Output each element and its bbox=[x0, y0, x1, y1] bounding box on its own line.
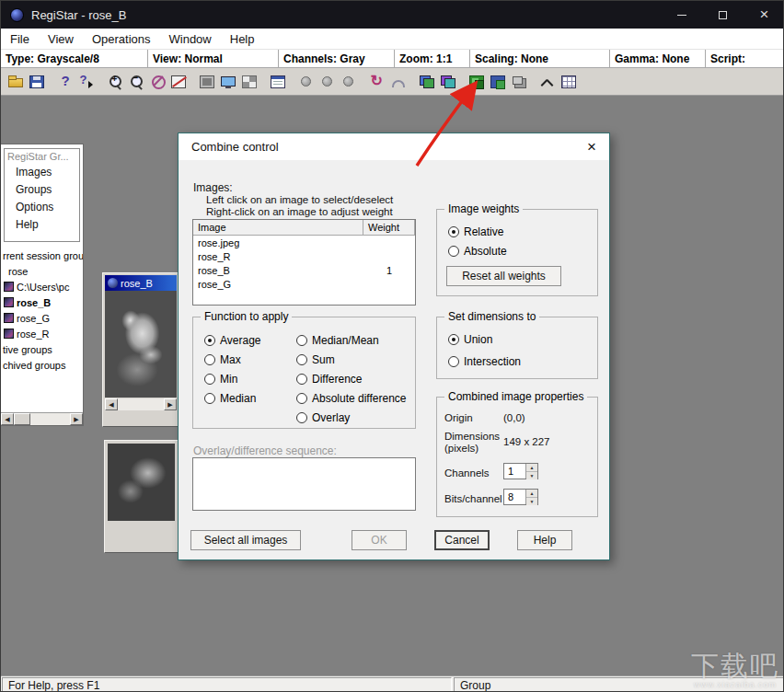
column-header-image[interactable]: Image bbox=[193, 220, 363, 236]
menu-help[interactable]: Help bbox=[221, 29, 264, 49]
tree-item-path[interactable]: C:\Users\pc bbox=[1, 279, 83, 294]
image-list[interactable]: Image Weight rose.jpeg rose_R rose_B1 ro… bbox=[192, 219, 416, 306]
tree-item-active-groups[interactable]: tive groups bbox=[1, 341, 83, 357]
list-row-rose-r[interactable]: rose_R bbox=[193, 249, 415, 263]
dialog-close-icon[interactable]: × bbox=[587, 139, 596, 155]
column-header-weight[interactable]: Weight bbox=[363, 220, 415, 236]
bits-label: Bits/channel bbox=[444, 493, 503, 505]
list-row-rose-jpeg[interactable]: rose.jpeg bbox=[193, 236, 415, 249]
curve-icon[interactable] bbox=[536, 71, 558, 93]
list-row-rose-b[interactable]: rose_B1 bbox=[193, 263, 415, 277]
zoom-in-icon[interactable] bbox=[104, 71, 125, 93]
image-thumb-icon bbox=[4, 282, 14, 292]
radio-max[interactable]: Max bbox=[204, 353, 241, 366]
channels-label: Channels bbox=[444, 467, 503, 479]
spin-down-icon[interactable]: ▼ bbox=[526, 472, 537, 479]
spin-up-icon[interactable]: ▲ bbox=[526, 464, 537, 472]
radio-absolute-difference[interactable]: Absolute difference bbox=[296, 392, 407, 405]
bits-stepper[interactable]: 8 ▲▼ bbox=[503, 489, 538, 505]
overlay-sequence-input[interactable] bbox=[192, 457, 416, 511]
menu-operations[interactable]: Operations bbox=[83, 29, 160, 49]
dialog-titlebar[interactable]: Combine control × bbox=[179, 133, 609, 160]
close-button[interactable] bbox=[744, 1, 784, 29]
no-edit-icon[interactable] bbox=[146, 71, 167, 93]
scroll-right-icon[interactable]: ▶ bbox=[70, 413, 83, 425]
sidebar-item-help[interactable]: Help bbox=[5, 216, 79, 234]
minimize-button[interactable] bbox=[661, 1, 702, 29]
spin-up-icon[interactable]: ▲ bbox=[526, 490, 537, 498]
image-thumb-icon bbox=[4, 329, 14, 339]
sidebar-item-images[interactable]: Images bbox=[5, 164, 79, 181]
tree-item-rose-b[interactable]: rose_B bbox=[1, 294, 83, 310]
image-hscrollbar[interactable]: ◀ ▶ bbox=[105, 398, 177, 410]
tree-item-rose[interactable]: rose bbox=[1, 263, 83, 279]
tree-item-rose-r[interactable]: rose_R bbox=[1, 326, 83, 341]
combined-properties-group: Combined image properties Origin (0,0) D… bbox=[436, 397, 598, 517]
context-help-icon[interactable] bbox=[75, 71, 97, 93]
sidebar-item-groups[interactable]: Groups bbox=[5, 181, 79, 199]
menu-view[interactable]: View bbox=[39, 29, 83, 49]
tree-item-archived-groups[interactable]: chived groups bbox=[1, 357, 83, 373]
sidebar-nav-box: RegiStar Gr... Images Groups Options Hel… bbox=[4, 148, 80, 242]
radio-intersection[interactable]: Intersection bbox=[448, 355, 521, 368]
radio-min[interactable]: Min bbox=[204, 373, 237, 386]
title-bar[interactable]: RegiStar - rose_B bbox=[1, 1, 784, 29]
set-dimensions-group: Set dimensions to Union Intersection bbox=[436, 317, 598, 379]
scroll-thumb[interactable] bbox=[14, 413, 30, 425]
scroll-right-icon[interactable]: ▶ bbox=[164, 398, 177, 410]
overlay-view-icon[interactable] bbox=[238, 71, 259, 93]
radio-average[interactable]: Average bbox=[204, 334, 260, 347]
channels-stepper[interactable]: 1 ▲▼ bbox=[503, 463, 538, 479]
maximize-button[interactable] bbox=[702, 1, 744, 29]
info-bar: Type: Grayscale/8 View: Normal Channels:… bbox=[1, 50, 784, 68]
radio-absolute[interactable]: Absolute bbox=[448, 245, 507, 258]
reset-all-weights-button[interactable]: Reset all weights bbox=[446, 266, 561, 286]
ok-button[interactable]: OK bbox=[352, 530, 407, 550]
rotate-icon[interactable] bbox=[366, 71, 387, 93]
radio-median[interactable]: Median bbox=[204, 392, 256, 405]
info-window-icon[interactable] bbox=[267, 71, 288, 93]
rose-b-window-titlebar[interactable]: rose_B bbox=[105, 275, 177, 291]
images-label: Images: bbox=[193, 181, 233, 194]
dot-3-icon[interactable] bbox=[338, 71, 359, 93]
sidebar-hscrollbar[interactable]: ◀ ▶ bbox=[1, 412, 83, 425]
info-zoom: Zoom: 1:1 bbox=[395, 50, 470, 67]
close-icon bbox=[760, 6, 769, 23]
background-image-window[interactable] bbox=[104, 440, 179, 553]
tree-item-session-group[interactable]: rrent session group bbox=[1, 248, 83, 263]
dot-2-icon[interactable] bbox=[317, 71, 338, 93]
crop-icon[interactable] bbox=[167, 71, 189, 93]
grid-icon[interactable] bbox=[558, 71, 579, 93]
spin-down-icon[interactable]: ▼ bbox=[526, 498, 537, 505]
scroll-left-icon[interactable]: ◀ bbox=[105, 398, 118, 410]
dimensions-value: 149 x 227 bbox=[503, 436, 550, 447]
dot-1-icon[interactable] bbox=[295, 71, 317, 93]
cancel-button[interactable]: Cancel bbox=[434, 530, 490, 550]
monitor-icon[interactable] bbox=[217, 71, 238, 93]
radio-difference[interactable]: Difference bbox=[296, 373, 362, 386]
stack-icon[interactable] bbox=[508, 71, 529, 93]
info-channels: Channels: Gray bbox=[279, 50, 395, 67]
radio-union[interactable]: Union bbox=[448, 333, 492, 346]
scroll-left-icon[interactable]: ◀ bbox=[1, 413, 14, 425]
info-scaling: Scaling: None bbox=[470, 50, 610, 67]
info-type: Type: Grayscale/8 bbox=[1, 50, 148, 67]
radio-median-mean[interactable]: Median/Mean bbox=[296, 334, 379, 347]
combine-alt-icon[interactable] bbox=[487, 71, 508, 93]
tree-item-rose-g[interactable]: rose_G bbox=[1, 310, 83, 326]
radio-sum[interactable]: Sum bbox=[296, 353, 335, 366]
menu-window[interactable]: Window bbox=[160, 29, 221, 49]
select-all-images-button[interactable]: Select all images bbox=[190, 530, 301, 550]
radio-overlay[interactable]: Overlay bbox=[296, 411, 350, 424]
open-icon[interactable] bbox=[5, 71, 26, 93]
zoom-out-icon[interactable] bbox=[125, 71, 146, 93]
menu-file[interactable]: File bbox=[1, 29, 39, 49]
save-icon[interactable] bbox=[26, 71, 47, 93]
image-view-icon[interactable] bbox=[196, 71, 217, 93]
radio-relative[interactable]: Relative bbox=[448, 225, 503, 238]
sidebar-item-options[interactable]: Options bbox=[5, 199, 79, 216]
help-icon[interactable] bbox=[54, 71, 75, 93]
rose-b-window[interactable]: rose_B ◀ ▶ bbox=[102, 272, 179, 427]
help-button[interactable]: Help bbox=[517, 530, 572, 550]
list-row-rose-g[interactable]: rose_G bbox=[193, 277, 415, 291]
